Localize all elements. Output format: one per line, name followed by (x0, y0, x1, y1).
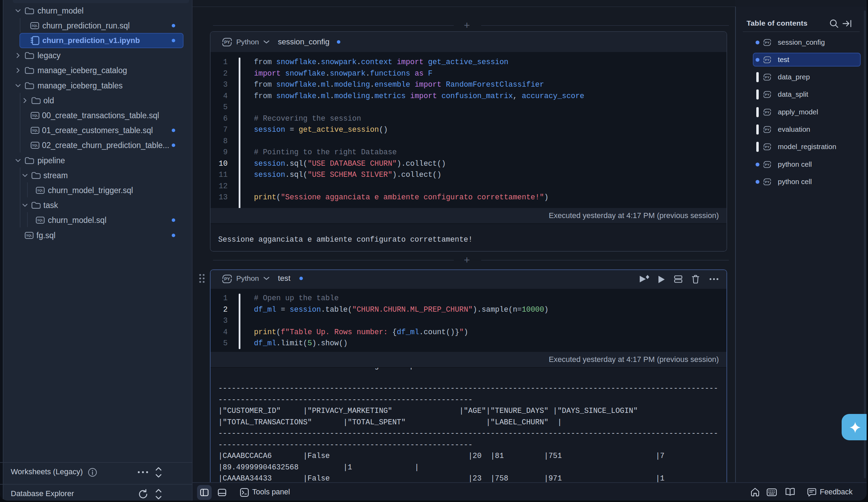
svg-text:PY: PY (765, 110, 770, 114)
svg-text:PY: PY (765, 180, 770, 184)
svg-text:SQL: SQL (32, 114, 38, 117)
svg-text:SQL: SQL (37, 219, 43, 222)
svg-text:SQL: SQL (37, 189, 43, 192)
svg-text:PY: PY (765, 93, 770, 96)
svg-text:SQL: SQL (32, 144, 38, 147)
svg-text:PY: PY (765, 58, 770, 62)
svg-text:PY: PY (765, 145, 770, 149)
svg-text:SQL: SQL (26, 234, 32, 237)
svg-text:PY: PY (224, 277, 230, 282)
svg-text:PY: PY (765, 163, 770, 166)
svg-text:PY: PY (765, 41, 770, 44)
svg-text:SQL: SQL (32, 129, 38, 132)
svg-text:SQL: SQL (32, 24, 38, 27)
svg-text:PY: PY (765, 128, 770, 131)
svg-text:PY: PY (765, 75, 770, 79)
svg-text:PY: PY (224, 40, 230, 45)
